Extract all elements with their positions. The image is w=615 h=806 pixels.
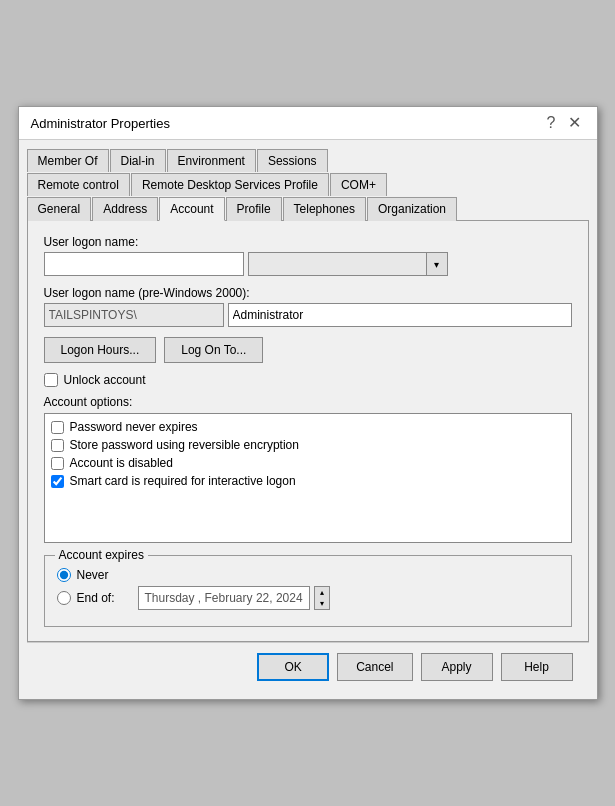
date-spinner[interactable]: ▴ ▾: [314, 586, 330, 610]
account-expires-groupbox: Account expires Never End of: Thursday ,…: [44, 555, 572, 627]
tab-profile[interactable]: Profile: [226, 197, 282, 221]
account-options-listbox[interactable]: Password never expires Store password us…: [44, 413, 572, 543]
cancel-button[interactable]: Cancel: [337, 653, 412, 681]
logon-domain-combo: ▾: [248, 252, 448, 276]
logon-name-group: User logon name: ▾: [44, 235, 572, 276]
help-button[interactable]: ?: [543, 115, 560, 131]
title-bar-controls: ? ✕: [543, 115, 585, 131]
log-on-to-button[interactable]: Log On To...: [164, 337, 263, 363]
account-expires-legend: Account expires: [55, 548, 148, 562]
logon-pre2000-name-input[interactable]: [228, 303, 572, 327]
tab-telephones[interactable]: Telephones: [283, 197, 366, 221]
never-label: Never: [77, 568, 132, 582]
logon-hours-button[interactable]: Logon Hours...: [44, 337, 157, 363]
tab-address[interactable]: Address: [92, 197, 158, 221]
tab-account[interactable]: Account: [159, 197, 224, 221]
help-footer-button[interactable]: Help: [501, 653, 573, 681]
date-value: Thursday , February 22, 2024: [145, 591, 303, 605]
option-account-disabled: Account is disabled: [45, 454, 571, 472]
title-bar: Administrator Properties ? ✕: [19, 107, 597, 140]
logon-pre2000-label: User logon name (pre-Windows 2000):: [44, 286, 572, 300]
end-of-radio[interactable]: [57, 591, 71, 605]
unlock-account-checkbox[interactable]: [44, 373, 58, 387]
tab-remote-control[interactable]: Remote control: [27, 173, 130, 196]
date-field[interactable]: Thursday , February 22, 2024: [138, 586, 310, 610]
option-smart-card-required: Smart card is required for interactive l…: [45, 472, 571, 490]
logon-domain-input[interactable]: [248, 252, 426, 276]
date-up-button[interactable]: ▴: [315, 587, 329, 598]
logon-name-input[interactable]: [44, 252, 244, 276]
tab-dial-in[interactable]: Dial-in: [110, 149, 166, 172]
logon-pre2000-group: User logon name (pre-Windows 2000):: [44, 286, 572, 327]
smart-card-required-checkbox[interactable]: [51, 475, 64, 488]
end-of-label: End of:: [77, 591, 132, 605]
close-button[interactable]: ✕: [564, 115, 585, 131]
account-options-group: Account options: Password never expires …: [44, 395, 572, 543]
logon-pre2000-domain-input: [44, 303, 224, 327]
unlock-account-row: Unlock account: [44, 373, 572, 387]
pwd-never-expires-label: Password never expires: [70, 420, 198, 434]
tab-row-1: Member Of Dial-in Environment Sessions: [27, 148, 589, 171]
logon-domain-arrow[interactable]: ▾: [426, 252, 448, 276]
never-radio[interactable]: [57, 568, 71, 582]
account-options-label: Account options:: [44, 395, 572, 409]
date-row: Thursday , February 22, 2024 ▴ ▾: [138, 586, 330, 610]
option-store-pwd-reversible: Store password using reversible encrypti…: [45, 436, 571, 454]
account-disabled-label: Account is disabled: [70, 456, 173, 470]
tab-member-of[interactable]: Member Of: [27, 149, 109, 172]
logon-name-label: User logon name:: [44, 235, 572, 249]
date-down-button[interactable]: ▾: [315, 598, 329, 609]
tabs-container: Member Of Dial-in Environment Sessions R…: [19, 140, 597, 220]
ok-button[interactable]: OK: [257, 653, 329, 681]
account-tab-content: User logon name: ▾ User logon name (pre-…: [27, 220, 589, 642]
never-radio-row: Never: [57, 568, 559, 582]
tab-organization[interactable]: Organization: [367, 197, 457, 221]
option-pwd-never-expires: Password never expires: [45, 418, 571, 436]
tab-general[interactable]: General: [27, 197, 92, 221]
tab-row-3: General Address Account Profile Telephon…: [27, 196, 589, 220]
dialog-window: Administrator Properties ? ✕ Member Of D…: [18, 106, 598, 700]
smart-card-required-label: Smart card is required for interactive l…: [70, 474, 296, 488]
end-of-radio-row: End of: Thursday , February 22, 2024 ▴ ▾: [57, 586, 559, 610]
tab-com[interactable]: COM+: [330, 173, 387, 196]
apply-button[interactable]: Apply: [421, 653, 493, 681]
dialog-title: Administrator Properties: [31, 116, 170, 131]
logon-pre2000-row: [44, 303, 572, 327]
unlock-account-label: Unlock account: [64, 373, 146, 387]
footer-bar: OK Cancel Apply Help: [27, 642, 589, 691]
tab-remote-desktop[interactable]: Remote Desktop Services Profile: [131, 173, 329, 196]
logon-buttons-row: Logon Hours... Log On To...: [44, 337, 572, 363]
store-pwd-reversible-checkbox[interactable]: [51, 439, 64, 452]
account-disabled-checkbox[interactable]: [51, 457, 64, 470]
logon-name-row: ▾: [44, 252, 572, 276]
tab-environment[interactable]: Environment: [167, 149, 256, 172]
tab-row-2: Remote control Remote Desktop Services P…: [27, 172, 589, 195]
store-pwd-reversible-label: Store password using reversible encrypti…: [70, 438, 299, 452]
pwd-never-expires-checkbox[interactable]: [51, 421, 64, 434]
tab-sessions[interactable]: Sessions: [257, 149, 328, 172]
